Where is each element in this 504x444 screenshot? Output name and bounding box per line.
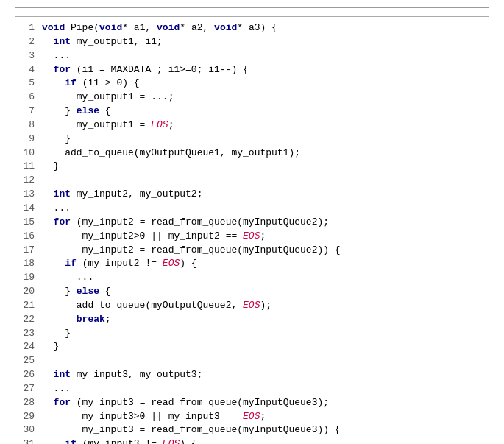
- line-number: 1: [21, 21, 35, 35]
- line-numbers: 1234567891011121314151617181920212223242…: [15, 21, 39, 444]
- listing-title: [15, 8, 489, 17]
- line-number: 13: [21, 188, 35, 202]
- code-line: add_to_queue(myOutputQueue1, my_output1)…: [42, 147, 483, 161]
- line-number: 24: [21, 340, 35, 354]
- code-line: int my_output1, i1;: [42, 35, 483, 49]
- line-number: 8: [21, 119, 35, 133]
- line-number: 29: [21, 410, 35, 424]
- code-line: } else {: [42, 285, 483, 299]
- code-line: ...: [42, 382, 483, 396]
- line-number: 30: [21, 423, 35, 437]
- code-line: int my_input3, my_output3;: [42, 368, 483, 382]
- code-line: ...: [42, 271, 483, 285]
- code-line: ...: [42, 202, 483, 216]
- line-number: 9: [21, 133, 35, 147]
- line-number: 15: [21, 216, 35, 230]
- code-line: break;: [42, 313, 483, 327]
- line-number: 6: [21, 91, 35, 105]
- line-number: 18: [21, 257, 35, 271]
- line-number: 4: [21, 63, 35, 77]
- code-line: for (my_input2 = read_from_queue(myInput…: [42, 216, 483, 230]
- code-line: add_to_queue(myOutputQueue2, EOS);: [42, 299, 483, 313]
- line-number: 2: [21, 35, 35, 49]
- line-number: 14: [21, 202, 35, 216]
- code-line: }: [42, 327, 483, 341]
- line-number: 11: [21, 160, 35, 174]
- code-line: my_input2 = read_from_queue(myInputQueue…: [42, 244, 483, 258]
- line-number: 3: [21, 49, 35, 63]
- code-line: }: [42, 160, 483, 174]
- code-line: }: [42, 340, 483, 354]
- line-number: 22: [21, 313, 35, 327]
- code-line: my_input2>0 || my_input2 == EOS;: [42, 230, 483, 244]
- line-number: 27: [21, 382, 35, 396]
- code-line: ...: [42, 49, 483, 63]
- line-number: 10: [21, 147, 35, 161]
- code-line: for (i1 = MAXDATA ; i1>=0; i1--) {: [42, 63, 483, 77]
- code-area: 1234567891011121314151617181920212223242…: [15, 17, 489, 444]
- line-number: 7: [21, 105, 35, 119]
- line-number: 25: [21, 354, 35, 368]
- line-number: 23: [21, 327, 35, 341]
- code-line: [42, 354, 483, 368]
- line-number: 31: [21, 437, 35, 444]
- code-line: my_output1 = EOS;: [42, 119, 483, 133]
- line-number: 26: [21, 368, 35, 382]
- code-line: int my_input2, my_output2;: [42, 188, 483, 202]
- line-number: 16: [21, 230, 35, 244]
- code-line: my_input3 = read_from_queue(myInputQueue…: [42, 423, 483, 437]
- line-number: 12: [21, 174, 35, 188]
- line-number: 17: [21, 244, 35, 258]
- line-number: 28: [21, 396, 35, 410]
- code-line: }: [42, 133, 483, 147]
- line-number: 20: [21, 285, 35, 299]
- listing-container: 1234567891011121314151617181920212223242…: [15, 7, 489, 444]
- code-line: void Pipe(void* a1, void* a2, void* a3) …: [42, 21, 483, 35]
- code-line: my_input3>0 || my_input3 == EOS;: [42, 410, 483, 424]
- code-line: } else {: [42, 105, 483, 119]
- code-line: if (i1 > 0) {: [42, 77, 483, 91]
- code-line: if (my_input3 != EOS) {: [42, 437, 483, 444]
- line-number: 19: [21, 271, 35, 285]
- code-line: my_output1 = ...;: [42, 91, 483, 105]
- code-line: for (my_input3 = read_from_queue(myInput…: [42, 396, 483, 410]
- line-number: 5: [21, 77, 35, 91]
- code-line: if (my_input2 != EOS) {: [42, 257, 483, 271]
- code-lines: void Pipe(void* a1, void* a2, void* a3) …: [39, 21, 489, 444]
- code-line: [42, 174, 483, 188]
- line-number: 21: [21, 299, 35, 313]
